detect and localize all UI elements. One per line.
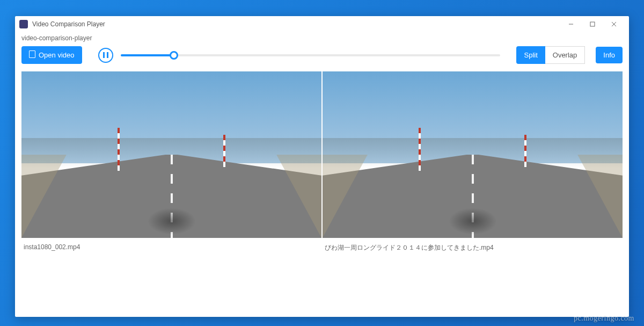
maximize-button[interactable] — [582, 16, 603, 32]
close-button[interactable] — [603, 16, 625, 32]
maximize-icon — [590, 21, 595, 27]
watermark: pc.mogeringo.com — [574, 314, 634, 323]
playback-controls — [98, 48, 501, 63]
slider-fill — [121, 54, 174, 56]
titlebar: Video Comparison Player — [15, 16, 629, 32]
mode-buttons: Split Overlap — [516, 46, 585, 64]
minimize-icon — [568, 21, 574, 27]
page-subtitle: video-comparison-player — [15, 32, 629, 46]
seek-slider[interactable] — [121, 54, 501, 57]
filename-right: びわ湖一周ロングライド２０１４に参加してきました.mp4 — [323, 238, 623, 258]
app-icon — [19, 20, 28, 28]
filename-left: insta1080_002.mp4 — [21, 238, 321, 256]
close-icon — [611, 21, 617, 27]
info-button[interactable]: Info — [596, 47, 623, 63]
pause-button[interactable] — [98, 48, 113, 63]
video-frame-right[interactable] — [323, 71, 623, 238]
svg-rect-1 — [590, 22, 595, 26]
open-video-label: Open video — [39, 51, 75, 59]
video-comparison-area: insta1080_002.mp4 びわ湖一周ロングライド２０１４に参加してきま… — [15, 71, 629, 258]
open-video-button[interactable]: Open video — [21, 46, 82, 64]
window-title: Video Comparison Player — [32, 20, 105, 28]
file-icon — [29, 50, 35, 60]
video-frame-left[interactable] — [21, 71, 321, 238]
video-pane-left: insta1080_002.mp4 — [21, 71, 321, 258]
split-button[interactable]: Split — [516, 46, 545, 64]
window-controls — [560, 16, 625, 32]
toolbar: Open video Split Overlap Info — [15, 46, 629, 71]
overlap-button[interactable]: Overlap — [545, 46, 586, 64]
slider-thumb[interactable] — [170, 51, 178, 60]
app-window: Video Comparison Player video-comparison… — [15, 16, 629, 317]
minimize-button[interactable] — [560, 16, 582, 32]
video-pane-right: びわ湖一周ロングライド２０１４に参加してきました.mp4 — [323, 71, 623, 258]
